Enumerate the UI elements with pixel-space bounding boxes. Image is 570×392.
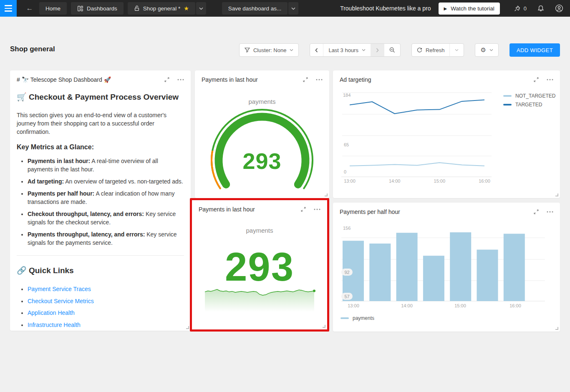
list-item: Ad targeting: An overview of targeted vs…	[28, 177, 184, 186]
tab-list-dropdown[interactable]	[196, 2, 206, 15]
ad-targeting-line-chart: 18465013:0014:0015:0016:00	[333, 70, 560, 198]
resize-handle[interactable]	[555, 327, 558, 330]
svg-text:15:00: 15:00	[434, 178, 446, 183]
more-options-icon[interactable]	[547, 211, 553, 213]
quick-links-heading: 🔗 Quick Links	[17, 266, 184, 275]
widget-title: # 🔭 Telescope Shop Dashboard 🚀	[17, 76, 164, 83]
refresh-button[interactable]: Refresh	[412, 44, 450, 56]
link-application-health[interactable]: Application Health	[28, 309, 75, 316]
chevron-down-icon	[489, 49, 493, 51]
legend-swatch	[340, 317, 349, 319]
metric-label: payments	[195, 98, 329, 105]
tab-shop-general[interactable]: Shop general * ★	[128, 2, 195, 15]
dashboards-icon	[77, 5, 83, 12]
list-item: Application Health	[28, 308, 184, 318]
refresh-interval-dropdown[interactable]	[449, 44, 464, 56]
legend-swatch	[503, 95, 512, 97]
list-item: Payments per half hour: A clear indicati…	[28, 189, 184, 206]
favorite-star-icon[interactable]: ★	[184, 5, 189, 12]
widget-title: Ad targeting	[340, 76, 533, 83]
svg-text:14:00: 14:00	[401, 303, 413, 308]
list-item: Infrastructure Health	[28, 320, 184, 330]
payments-gauge-chart	[195, 70, 329, 198]
time-back-button[interactable]	[310, 44, 323, 56]
svg-text:65: 65	[344, 142, 349, 147]
chevron-down-icon	[291, 7, 295, 10]
svg-text:92: 92	[344, 270, 349, 275]
markdown-content: 🛒 Checkout & Payment Process Overview Th…	[17, 89, 184, 331]
svg-text:16:00: 16:00	[479, 178, 490, 183]
cluster-filter-button[interactable]: Cluster: None	[240, 44, 298, 56]
legend-item[interactable]: payments	[340, 315, 374, 321]
pin-icon	[514, 5, 520, 12]
tab-dashboards[interactable]: Dashboards	[71, 2, 124, 15]
payments-value: 293	[192, 247, 327, 287]
svg-text:16:00: 16:00	[509, 303, 521, 308]
top-navigation-bar: ← Home Dashboards Shop general * ★ Save …	[0, 0, 570, 17]
gauge-value: 293	[195, 148, 329, 174]
legend-label: TARGETED	[515, 102, 542, 108]
legend-item[interactable]: TARGETED	[503, 102, 555, 108]
watch-tutorial-label: Watch the tutorial	[451, 5, 494, 12]
link-checkout-service-metrics[interactable]: Checkout Service Metrics	[28, 298, 94, 304]
expand-icon[interactable]	[300, 206, 306, 212]
resize-handle[interactable]	[186, 326, 189, 329]
tab-home[interactable]: Home	[39, 2, 67, 15]
metrics-heading: Key Metrics at a Glance:	[17, 143, 184, 151]
tab-home-label: Home	[45, 5, 61, 12]
user-avatar-icon[interactable]	[555, 4, 563, 13]
notifications-bell-icon[interactable]	[537, 5, 544, 12]
widget-telescope-notes: # 🔭 Telescope Shop Dashboard 🚀 🛒 Checkou…	[10, 70, 191, 331]
overview-heading: 🛒 Checkout & Payment Process Overview	[17, 92, 184, 102]
expand-icon[interactable]	[533, 209, 539, 215]
widget-payments-last-hour: Payments in last hour payments 293	[192, 200, 327, 329]
unlock-icon	[134, 5, 140, 11]
more-options-icon[interactable]	[316, 79, 323, 80]
save-dashboard-as-button[interactable]: Save dashboard as...	[222, 2, 288, 15]
widget-ad-targeting: Ad targeting 18465013:0014:0015:0016:00 …	[333, 70, 560, 198]
save-dashboard-as-label: Save dashboard as...	[228, 5, 282, 12]
legend-item[interactable]: NOT_TARGETED	[503, 93, 555, 99]
dashboard-controls: Cluster: None Last 3 hours Refresh	[239, 43, 560, 57]
play-icon: ▶	[444, 6, 447, 11]
pin-count: 0	[524, 5, 527, 12]
more-options-icon[interactable]	[177, 79, 184, 80]
svg-text:57: 57	[344, 294, 349, 299]
time-range-label: Last 3 hours	[328, 47, 358, 53]
watch-tutorial-button[interactable]: ▶ Watch the tutorial	[439, 3, 500, 15]
more-options-icon[interactable]	[314, 209, 320, 210]
widget-payments-per-half-hour: Payments per half hour 156925713:0014:00…	[333, 203, 560, 332]
filter-funnel-icon	[245, 48, 250, 53]
chart-legend: payments	[340, 315, 374, 321]
widget-payments-gauge: Payments in last hour payments 293	[195, 70, 329, 198]
add-widget-button[interactable]: ADD WIDGET	[509, 43, 560, 57]
expand-icon[interactable]	[303, 77, 308, 83]
hamburger-menu-icon[interactable]	[0, 0, 17, 17]
list-item: Checkout Service Metrics	[28, 297, 184, 306]
dashboard-settings-button[interactable]: ⚙	[475, 44, 498, 56]
link-infrastructure-health[interactable]: Infrastructure Health	[28, 322, 81, 328]
legend-label: payments	[353, 315, 374, 321]
zoom-out-time-button[interactable]	[384, 44, 400, 56]
chevron-down-icon	[199, 7, 203, 10]
more-options-icon[interactable]	[547, 79, 553, 80]
expand-icon[interactable]	[533, 77, 539, 83]
back-arrow-icon[interactable]: ←	[23, 4, 37, 13]
resize-handle[interactable]	[555, 193, 558, 196]
pinned-views-button[interactable]: 0	[514, 5, 527, 12]
save-dashboard-dropdown[interactable]	[288, 2, 298, 15]
link-payment-service-traces[interactable]: Payment Service Traces	[28, 286, 91, 292]
chevron-left-icon	[315, 48, 318, 53]
widget-title: Payments in last hour	[202, 76, 303, 83]
overview-intro: This section gives you an end-to-end vie…	[17, 111, 184, 136]
list-item: Payments in last hour: A real-time overv…	[28, 157, 184, 173]
expand-icon[interactable]	[164, 77, 170, 83]
chevron-down-icon	[362, 49, 366, 51]
legend-swatch	[503, 104, 512, 106]
resize-handle[interactable]	[325, 193, 328, 196]
time-range-selector[interactable]: Last 3 hours	[323, 44, 371, 56]
svg-text:156: 156	[343, 226, 351, 231]
page-title: Shop general	[10, 45, 55, 53]
time-forward-button[interactable]	[371, 44, 384, 56]
resize-handle[interactable]	[323, 325, 325, 328]
